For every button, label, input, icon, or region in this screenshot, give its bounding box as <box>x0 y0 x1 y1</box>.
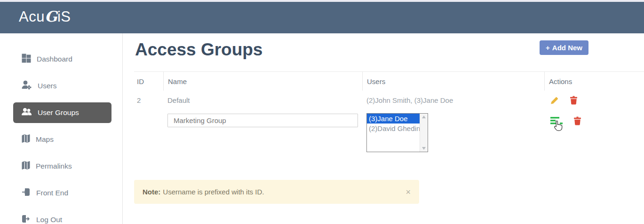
edit-row: (3)Jane Doe (2)David Ghedini <box>134 109 644 154</box>
sidebar-item-dashboard[interactable]: Dashboard <box>13 49 111 70</box>
logo-g: G <box>45 8 57 25</box>
multiselect-option[interactable]: (3)Jane Doe <box>367 114 420 124</box>
sidebar-item-label: Front End <box>36 189 68 197</box>
row-id: 2 <box>134 96 163 104</box>
row-name: Default <box>163 96 362 104</box>
edit-row-name-cell <box>163 109 362 127</box>
app-window: AcuGiS Dashboard Users <box>0 0 644 224</box>
users-icon <box>22 108 32 117</box>
users-multiselect[interactable]: (3)Jane Doe (2)David Ghedini <box>366 113 428 152</box>
user-gear-icon <box>22 80 32 92</box>
main-content: Access Groups + Add New ID Name Users Ac… <box>123 33 644 224</box>
sidebar-item-label: Users <box>38 82 56 90</box>
sign-in-icon <box>22 188 31 198</box>
save-group-button[interactable] <box>550 116 564 131</box>
page-title: Access Groups <box>135 40 262 60</box>
table-header-row: ID Name Users Actions <box>134 71 644 91</box>
app-header: AcuGiS <box>0 2 644 33</box>
logo-prefix: Acu <box>19 8 45 25</box>
delete-trash-icon[interactable] <box>570 96 578 105</box>
map-icon <box>22 134 30 145</box>
app-logo: AcuGiS <box>19 8 71 25</box>
note-alert: Note: Username is prefixed with its ID. … <box>134 180 419 204</box>
add-new-label: Add New <box>552 44 582 52</box>
column-header-name: Name <box>163 72 362 91</box>
edit-row-actions <box>544 116 644 131</box>
delete-trash-icon[interactable] <box>573 116 581 125</box>
sidebar-item-label: Permalinks <box>36 162 72 170</box>
close-icon[interactable]: × <box>405 188 411 196</box>
sidebar-item-users[interactable]: Users <box>13 76 111 96</box>
plus-icon: + <box>546 44 550 52</box>
group-name-input[interactable] <box>167 114 358 127</box>
scroll-down-arrow-icon[interactable] <box>422 147 426 150</box>
sidebar-item-label: Dashboard <box>37 55 72 63</box>
hand-cursor-icon <box>552 120 563 134</box>
edit-row-users-cell: (3)Jane Doe (2)David Ghedini <box>362 109 544 152</box>
row-actions <box>544 96 644 105</box>
sidebar: Dashboard Users User <box>0 33 123 224</box>
sidebar-item-label: Log Out <box>36 216 62 224</box>
sidebar-item-label: Maps <box>36 135 54 144</box>
column-header-id: ID <box>134 72 163 91</box>
sidebar-item-permalinks[interactable]: Permalinks <box>13 156 111 177</box>
map-icon <box>22 161 30 172</box>
log-out-icon <box>22 215 31 224</box>
sidebar-item-label: User Groups <box>38 108 79 117</box>
logo-suffix: iS <box>57 8 71 25</box>
table-row: 2 Default (2)John Smith, (3)Jane Doe <box>134 91 644 109</box>
sidebar-item-log-out[interactable]: Log Out <box>13 209 111 224</box>
multiselect-option[interactable]: (2)David Ghedini <box>367 124 420 133</box>
access-groups-table: ID Name Users Actions 2 Default (2)John … <box>134 71 644 154</box>
multiselect-scrollbar[interactable] <box>420 114 428 152</box>
sidebar-item-user-groups[interactable]: User Groups <box>13 102 111 123</box>
dashboard-icon <box>22 54 31 65</box>
row-users: (2)John Smith, (3)Jane Doe <box>362 96 544 104</box>
sidebar-item-front-end[interactable]: Front End <box>13 183 111 203</box>
column-header-users: Users <box>362 72 544 91</box>
edit-pencil-icon[interactable] <box>550 96 559 105</box>
sidebar-item-maps[interactable]: Maps <box>13 129 111 150</box>
add-new-button[interactable]: + Add New <box>540 40 588 55</box>
column-header-actions: Actions <box>544 72 644 91</box>
scroll-up-arrow-icon[interactable] <box>422 116 426 118</box>
note-text: Username is prefixed with its ID. <box>163 188 264 196</box>
note-label: Note: <box>143 188 160 196</box>
